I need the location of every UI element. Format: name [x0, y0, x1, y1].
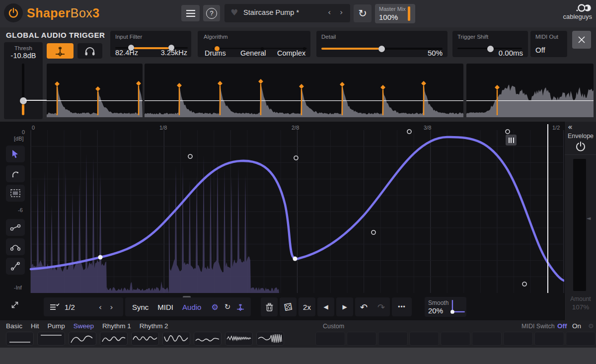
wave-preset-sine-2[interactable] [69, 332, 96, 346]
line-tool-icon [10, 224, 21, 231]
input-filter-label: Input Filter [115, 34, 191, 40]
midi-switch-on[interactable]: On [572, 322, 581, 330]
preset-bar[interactable]: ♥ Staircase Pump * ‹ › [224, 4, 350, 22]
tool-select[interactable] [6, 185, 25, 202]
title-bar: ShaperBox3 ? ♥ Staircase Pump * ‹ › ↻ Ma… [0, 0, 596, 27]
randomize-button[interactable]: ⚄ [280, 297, 297, 316]
wave-menu-icon[interactable] [50, 303, 60, 311]
shift-right-icon: ▶ [342, 303, 347, 310]
algorithm-option-general[interactable]: General [240, 49, 266, 57]
custom-slot-7[interactable] [503, 332, 533, 346]
audio-settings-gear-icon[interactable]: ⚙ [211, 302, 218, 312]
midi-switch-gear-icon[interactable]: ⚙ [588, 322, 594, 330]
plugin-power-button[interactable] [4, 3, 23, 22]
tab-basic[interactable]: Basic [6, 322, 22, 330]
custom-slot-4[interactable] [409, 332, 439, 346]
algorithm-option-drums[interactable]: Drums [205, 49, 226, 57]
custom-slot-6[interactable] [472, 332, 502, 346]
tool-pointer[interactable] [6, 146, 25, 162]
detail-control: Detail 50% [316, 31, 447, 57]
mode-sync[interactable]: Sync [132, 303, 149, 311]
db-zero-label: 0 [22, 129, 25, 135]
main-menu-button[interactable] [181, 5, 200, 21]
preset-prev-button[interactable]: ‹ [328, 7, 331, 17]
redo-button[interactable]: ↷ [377, 302, 385, 312]
custom-slot-9[interactable] [566, 332, 596, 346]
midi-switch-off[interactable]: Off [557, 322, 567, 330]
thresh-slider-handle[interactable] [20, 97, 27, 104]
undo-button[interactable]: ↶ [360, 302, 368, 312]
custom-slot-2[interactable] [347, 332, 376, 346]
custom-slot-1[interactable] [315, 332, 345, 346]
logo-box: Box [71, 6, 93, 20]
custom-slot-8[interactable] [534, 332, 564, 346]
audio-trigger-toggle[interactable] [47, 43, 74, 59]
mode-midi[interactable]: MIDI [157, 303, 173, 311]
amount-slider-track[interactable] [573, 159, 586, 291]
wave-length-value[interactable]: 1/2 [65, 303, 75, 311]
tab-sweep[interactable]: Sweep [74, 322, 94, 330]
help-button[interactable]: ? [203, 5, 220, 21]
delete-wave-button[interactable] [261, 297, 278, 316]
wave-preset-flat-low[interactable] [6, 332, 34, 346]
algorithm-option-complex[interactable]: Complex [277, 49, 305, 57]
more-icon: ••• [398, 303, 406, 310]
envelope-power-button[interactable] [575, 141, 587, 152]
wave-preset-wave-4[interactable] [131, 332, 159, 346]
amount-label: Amount [565, 295, 596, 302]
logo-shaper: Shaper [27, 6, 71, 20]
envelope-canvas[interactable] [31, 130, 564, 293]
tool-line[interactable] [6, 219, 25, 236]
retrigger-loop-icon[interactable]: ↻ [224, 302, 231, 311]
grip-bar [513, 138, 514, 143]
tab-rhythm-2[interactable]: Rhythm 2 [140, 322, 168, 330]
tab-rhythm-1[interactable]: Rhythm 1 [102, 322, 131, 330]
ab-compare-button[interactable]: ↻ [354, 4, 372, 22]
trigger-shift-handle[interactable] [487, 46, 494, 52]
tool-draw[interactable] [6, 165, 25, 182]
trigger-listen-button[interactable] [77, 43, 102, 59]
master-mix-slider[interactable] [408, 6, 410, 21]
smooth-control[interactable]: Smooth 20% [425, 297, 466, 317]
input-filter-high-value[interactable]: 3.25kHz [161, 49, 187, 57]
midi-out-control[interactable]: MIDI Out Off [530, 31, 567, 57]
input-filter-low-value[interactable]: 82.4Hz [115, 49, 138, 57]
custom-slot-5[interactable] [441, 332, 470, 346]
trigger-waveform-canvas [47, 64, 143, 117]
trigger-shift-value[interactable]: 0.00ms [499, 49, 523, 57]
wave-preset-wave-burst[interactable] [256, 332, 284, 346]
length-prev-button[interactable]: ‹ [99, 302, 102, 312]
tab-pump[interactable]: Pump [48, 322, 65, 330]
favorite-heart-icon[interactable]: ♥ [230, 7, 238, 17]
length-next-button[interactable]: › [110, 302, 113, 312]
master-mix-control[interactable]: Master Mix 100% [375, 4, 415, 23]
tool-curve[interactable] [6, 238, 25, 255]
wave-preset-zigzag-dense[interactable] [225, 332, 253, 346]
expand-editor-button[interactable] [8, 298, 22, 312]
pointer-icon [11, 149, 19, 158]
tool-s-curve[interactable] [6, 258, 25, 275]
headphones-icon [84, 47, 95, 56]
preset-name[interactable]: Staircase Pump * [243, 8, 299, 16]
trigger-mini-icon[interactable] [235, 302, 245, 311]
tab-hit[interactable]: Hit [31, 322, 39, 330]
wave-preset-sine-3[interactable] [100, 332, 128, 346]
preset-next-button[interactable]: › [340, 7, 343, 17]
loop-grip-handle[interactable] [506, 135, 517, 146]
midi-out-value: Off [535, 46, 545, 54]
double-wave-button[interactable]: 2x [298, 297, 315, 316]
shift-left-button[interactable]: ◀ [317, 297, 334, 316]
shift-right-button[interactable]: ▶ [336, 297, 353, 316]
close-panel-button[interactable] [572, 31, 591, 49]
wave-preset-wave-small[interactable] [194, 332, 222, 346]
detail-value[interactable]: 50% [428, 49, 443, 57]
custom-slot-3[interactable] [378, 332, 408, 346]
threshold-control: Thresh -10.8dB [4, 42, 43, 119]
wave-preset-flat-high[interactable] [37, 332, 65, 346]
collapse-sidebar-button[interactable]: « [568, 122, 573, 132]
trigger-icon [54, 46, 67, 57]
detail-handle[interactable] [378, 46, 385, 52]
wave-preset-wave-var[interactable] [162, 332, 190, 346]
more-options-button[interactable]: ••• [392, 297, 412, 316]
mode-audio[interactable]: Audio [182, 303, 201, 311]
